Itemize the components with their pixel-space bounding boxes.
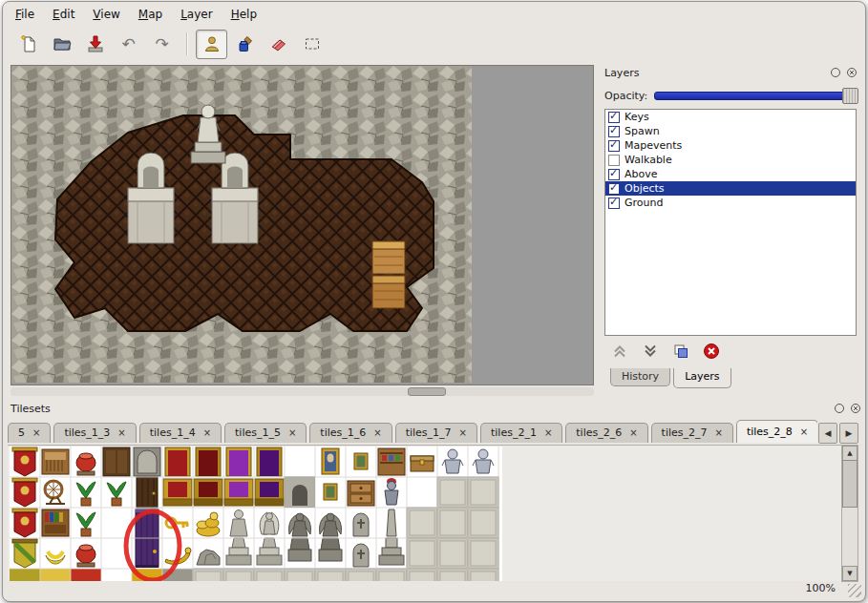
- tab-history[interactable]: History: [610, 368, 670, 386]
- layer-checkbox[interactable]: [608, 155, 620, 166]
- undo-button[interactable]: ↶: [113, 30, 144, 59]
- menu-help[interactable]: Help: [231, 8, 257, 21]
- delete-layer-icon: [703, 343, 720, 360]
- map-horizontal-scrollbar[interactable]: [11, 387, 594, 396]
- tab-close-icon[interactable]: ×: [32, 427, 40, 438]
- scroll-down-button[interactable]: ▼: [842, 566, 857, 581]
- redo-button[interactable]: ↷: [146, 30, 178, 59]
- opacity-slider-handle[interactable]: [842, 88, 858, 104]
- tab-close-icon[interactable]: ×: [459, 427, 467, 438]
- new-file-button[interactable]: [12, 30, 44, 59]
- scroll-up-button[interactable]: ▲: [842, 446, 857, 461]
- layer-checkbox[interactable]: [608, 126, 620, 137]
- tab-close-icon[interactable]: ×: [629, 427, 637, 438]
- layer-row[interactable]: Ground: [605, 196, 856, 210]
- layer-row[interactable]: Spawn: [605, 124, 856, 138]
- lower-layer-icon: [642, 343, 659, 360]
- layers-panel-header: Layers: [602, 65, 861, 80]
- tab-layers[interactable]: Layers: [673, 368, 730, 388]
- toolbar: ↶ ↷: [3, 26, 866, 62]
- tileset-tab[interactable]: tiles_1_3 ×: [53, 423, 136, 443]
- layer-checkbox[interactable]: [608, 183, 620, 195]
- toolbar-separator: [186, 32, 187, 55]
- raise-layer-button[interactable]: [609, 342, 630, 361]
- tileset-tab[interactable]: tiles_2_8 ×: [736, 420, 817, 443]
- menu-map[interactable]: Map: [138, 8, 162, 21]
- stamp-tool-icon: [202, 34, 222, 53]
- close-panel-button[interactable]: [845, 67, 857, 79]
- tileset-tabbar: 5 × tiles_1_3 × tiles_1_4 × tiles_1_5 × …: [8, 420, 817, 443]
- save-button[interactable]: [79, 30, 111, 59]
- layer-row[interactable]: Keys: [605, 110, 856, 124]
- tileset-tab[interactable]: tiles_2_6 ×: [565, 423, 647, 443]
- duplicate-layer-icon: [672, 343, 689, 360]
- tab-close-icon[interactable]: ×: [800, 426, 808, 437]
- tileset-tab[interactable]: tiles_1_7 ×: [395, 423, 477, 443]
- tab-close-icon[interactable]: ×: [203, 427, 211, 438]
- float-panel-button[interactable]: [833, 403, 845, 415]
- close-icon: [850, 403, 861, 414]
- map-canvas[interactable]: [11, 65, 594, 385]
- resize-grip[interactable]: [848, 584, 861, 597]
- layer-checkbox[interactable]: [608, 140, 620, 152]
- layer-checkbox[interactable]: [608, 112, 620, 123]
- tileset-tab-label: tiles_1_4: [150, 426, 196, 439]
- tab-close-icon[interactable]: ×: [715, 427, 723, 438]
- layer-checkbox[interactable]: [608, 169, 620, 180]
- layer-row[interactable]: Objects: [605, 181, 856, 196]
- new-file-icon: [19, 34, 38, 53]
- tileset-tab-label: 5: [18, 426, 25, 439]
- tileset-canvas[interactable]: [8, 445, 842, 581]
- layers-panel: Layers Opacity: Keys: [602, 65, 861, 391]
- lower-layer-button[interactable]: [640, 342, 661, 361]
- tileset-tab-label: tiles_1_5: [235, 426, 281, 439]
- tileset-tab[interactable]: tiles_2_7 ×: [651, 423, 733, 443]
- layer-row[interactable]: Walkable: [605, 153, 856, 167]
- layer-label: Mapevents: [625, 139, 682, 152]
- eraser-tool-button[interactable]: [263, 30, 294, 59]
- stamp-tool-button[interactable]: [196, 30, 227, 59]
- opacity-label: Opacity:: [604, 90, 647, 102]
- tileset-tab-label: tiles_2_1: [491, 426, 537, 439]
- menu-view[interactable]: View: [93, 8, 119, 21]
- fill-tool-button[interactable]: [229, 30, 261, 59]
- raise-layer-icon: [611, 343, 628, 360]
- tileset-tab[interactable]: tiles_1_4 ×: [139, 423, 222, 443]
- layer-label: Walkable: [625, 154, 672, 166]
- zoom-level: 100%: [806, 582, 836, 594]
- tileset-tab-label: tiles_1_3: [64, 426, 110, 439]
- menu-file[interactable]: File: [15, 8, 34, 21]
- layer-label: Ground: [625, 197, 663, 209]
- layer-label: Objects: [625, 182, 665, 195]
- menu-layer[interactable]: Layer: [180, 8, 212, 21]
- tileset-tab[interactable]: tiles_2_1 ×: [480, 423, 562, 443]
- tileset-vertical-scrollbar[interactable]: ▲ ▼: [841, 445, 858, 582]
- float-panel-button[interactable]: [829, 67, 841, 79]
- open-button[interactable]: [46, 30, 77, 59]
- scroll-tabs-left-button[interactable]: ◀: [818, 423, 837, 444]
- tileset-tab[interactable]: 5 ×: [8, 423, 51, 443]
- tab-close-icon[interactable]: ×: [373, 427, 381, 438]
- layer-checkbox[interactable]: [608, 198, 620, 209]
- tab-scroll-buttons: ◀ ▶: [816, 423, 858, 444]
- select-tool-button[interactable]: [296, 30, 328, 59]
- editor-window: File Edit View Map Layer Help: [2, 1, 866, 602]
- delete-layer-button[interactable]: [701, 342, 722, 361]
- duplicate-layer-button[interactable]: [670, 342, 691, 361]
- layer-row[interactable]: Mapevents: [605, 138, 856, 153]
- close-icon: [846, 67, 857, 78]
- map-horizontal-scrollbar-thumb[interactable]: [408, 387, 446, 396]
- layer-row[interactable]: Above: [605, 167, 856, 181]
- tab-close-icon[interactable]: ×: [117, 427, 125, 438]
- scroll-tabs-right-button[interactable]: ▶: [839, 423, 858, 444]
- tileset-tab-label: tiles_1_6: [320, 426, 366, 439]
- tab-close-icon[interactable]: ×: [288, 427, 296, 438]
- opacity-slider[interactable]: [654, 92, 858, 100]
- layer-list: Keys Spawn Mapevents Walkable Above Obje…: [604, 109, 857, 336]
- menu-edit[interactable]: Edit: [53, 8, 74, 21]
- tileset-tab[interactable]: tiles_1_5 ×: [224, 423, 307, 443]
- close-panel-button[interactable]: [849, 403, 861, 415]
- tab-close-icon[interactable]: ×: [544, 427, 552, 438]
- tileset-scrollbar-thumb[interactable]: [842, 460, 857, 508]
- tileset-tab[interactable]: tiles_1_6 ×: [309, 423, 392, 443]
